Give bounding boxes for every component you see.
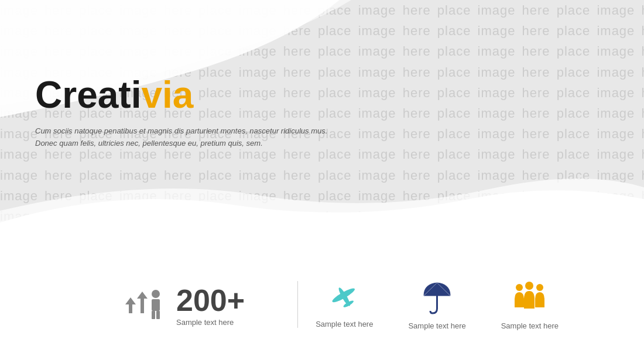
stat-items: Sample text here Sample text here	[316, 279, 559, 330]
logo-black-part: Creati	[35, 74, 141, 116]
stat-main: 200+ Sample text here	[85, 281, 280, 328]
svg-marker-0	[125, 297, 136, 313]
plane-icon	[327, 280, 362, 313]
main-stat-number: 200+ Sample text here	[176, 283, 245, 327]
svg-rect-4	[152, 311, 155, 319]
stats-section: 200+ Sample text here Sample text here	[0, 246, 644, 363]
umbrella-icon	[421, 279, 453, 314]
hero-content: Creativia Cum sociis natoque penatibus e…	[35, 76, 340, 150]
people-growth-icon	[121, 281, 165, 328]
svg-point-2	[152, 290, 160, 298]
svg-rect-5	[156, 311, 160, 319]
svg-rect-3	[152, 299, 160, 311]
stat-divider	[297, 281, 298, 328]
stat-item-people-group: Sample text here	[501, 279, 559, 330]
people-group-icon	[511, 279, 549, 314]
logo-title: Creativia	[35, 76, 340, 114]
stat-item-plane: Sample text here	[316, 280, 373, 328]
svg-marker-1	[137, 292, 148, 313]
people-group-label: Sample text here	[501, 321, 559, 330]
plane-label: Sample text here	[316, 320, 373, 328]
stat-item-umbrella: Sample text here	[408, 279, 465, 330]
hero-description: Cum sociis natoque penatibus et magnis d…	[35, 125, 340, 150]
svg-point-13	[536, 284, 543, 291]
umbrella-label: Sample text here	[408, 321, 465, 330]
logo-yellow-part: via	[141, 74, 193, 116]
svg-point-14	[525, 282, 533, 290]
svg-point-12	[516, 284, 523, 291]
